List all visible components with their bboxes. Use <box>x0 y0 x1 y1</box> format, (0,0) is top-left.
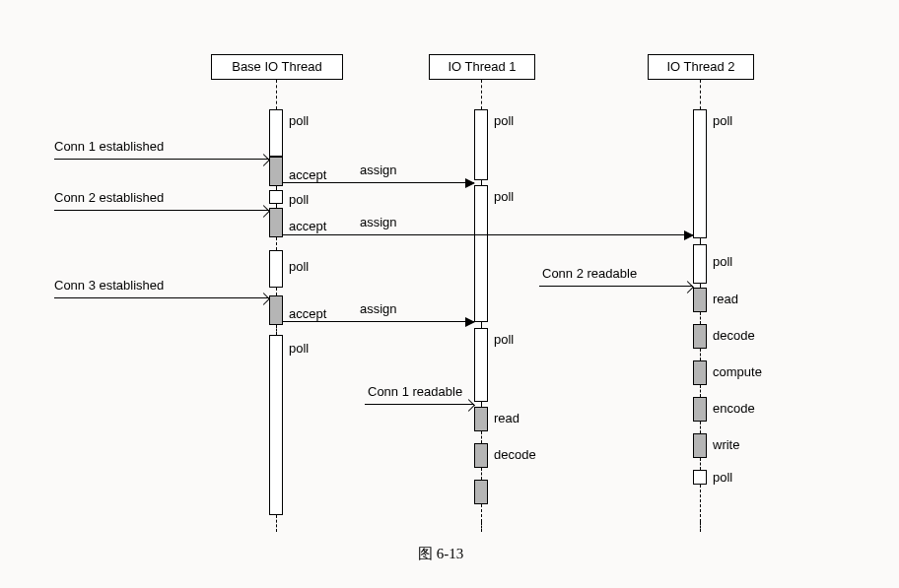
act-io2-poll1 <box>693 109 707 238</box>
act-io2-encode <box>693 397 707 422</box>
evt-conn1: Conn 1 established <box>54 139 164 154</box>
arrow-conn1 <box>54 159 269 160</box>
act-io1-poll3 <box>474 328 488 402</box>
lbl-assign2: assign <box>360 215 397 229</box>
lbl-io1-poll2: poll <box>494 189 514 204</box>
lbl-io2-compute: compute <box>713 364 762 379</box>
lbl-base-accept1: accept <box>289 167 326 182</box>
lifeline-base <box>276 80 277 109</box>
lbl-io2-poll3: poll <box>713 470 732 485</box>
act-io2-poll3 <box>693 470 707 485</box>
evt-conn1-readable: Conn 1 readable <box>368 384 462 399</box>
lbl-base-poll4: poll <box>289 341 309 356</box>
lane-head-io2: IO Thread 2 <box>648 54 754 80</box>
act-io1-read <box>474 407 488 431</box>
lbl-io2-poll1: poll <box>713 113 732 128</box>
act-base-poll3 <box>269 250 283 288</box>
arrow-conn2 <box>54 210 269 211</box>
figure-caption: 图 6-13 <box>418 545 463 563</box>
evt-conn2: Conn 2 established <box>54 190 164 205</box>
act-base-accept2 <box>269 208 283 237</box>
lbl-io1-decode: decode <box>494 447 536 462</box>
arrow-conn1-readable <box>365 404 474 405</box>
act-io1-next <box>474 480 488 504</box>
lbl-base-accept2: accept <box>289 219 326 233</box>
act-base-accept3 <box>269 295 283 325</box>
act-io2-decode <box>693 324 707 349</box>
evt-conn2-readable: Conn 2 readable <box>542 266 637 281</box>
lbl-base-poll2: poll <box>289 192 309 207</box>
act-base-poll2 <box>269 190 283 204</box>
act-io2-compute <box>693 360 707 385</box>
lbl-io1-poll3: poll <box>494 332 514 347</box>
lbl-io1-poll1: poll <box>494 113 514 128</box>
lifeline-io2 <box>700 80 701 109</box>
act-base-accept1 <box>269 157 283 186</box>
act-io2-read <box>693 288 707 312</box>
act-base-poll4 <box>269 335 283 515</box>
lbl-base-accept3: accept <box>289 306 326 321</box>
arrow-conn2-readable <box>539 286 693 287</box>
act-io2-poll2 <box>693 244 707 284</box>
lane-head-io1: IO Thread 1 <box>429 54 535 80</box>
arrow-assign2 <box>283 234 693 235</box>
act-io1-poll2 <box>474 185 488 322</box>
evt-conn3: Conn 3 established <box>54 278 164 293</box>
lifeline-base-tail <box>276 515 277 532</box>
lbl-io2-read: read <box>713 292 738 306</box>
act-io1-poll1 <box>474 109 488 180</box>
sequence-diagram: Base IO Thread IO Thread 1 IO Thread 2 p… <box>0 0 899 588</box>
lbl-io2-encode: encode <box>713 401 755 416</box>
lbl-io2-poll2: poll <box>713 254 732 269</box>
lane-head-base: Base IO Thread <box>211 54 343 80</box>
lifeline-io1 <box>481 80 482 109</box>
act-io1-decode <box>474 443 488 468</box>
lbl-io2-decode: decode <box>713 328 755 343</box>
act-io2-write <box>693 433 707 458</box>
arrow-assign3 <box>283 321 474 322</box>
arrow-assign1 <box>283 182 474 183</box>
lbl-io1-read: read <box>494 411 519 425</box>
lbl-assign3: assign <box>360 301 397 316</box>
lbl-base-poll3: poll <box>289 259 309 274</box>
lbl-assign1: assign <box>360 163 397 177</box>
act-base-poll1 <box>269 109 283 157</box>
lbl-base-poll1: poll <box>289 113 309 128</box>
lifeline-io2-tail <box>700 522 701 532</box>
arrow-conn3 <box>54 297 269 298</box>
lifeline-io1-tail <box>481 522 482 532</box>
lbl-io2-write: write <box>713 437 739 452</box>
